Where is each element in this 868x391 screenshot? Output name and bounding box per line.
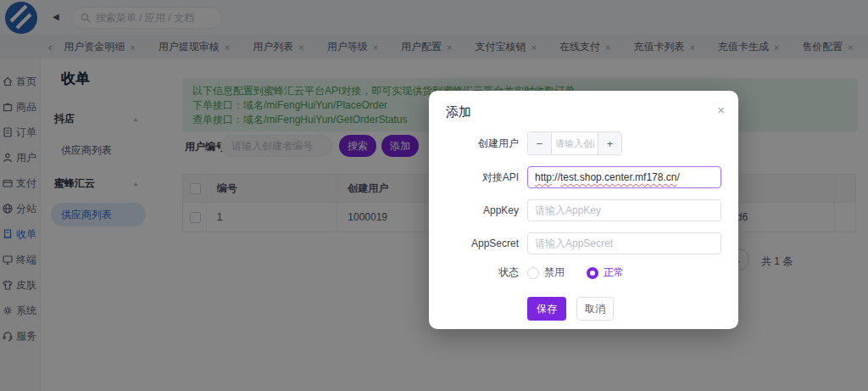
status-radio-disabled[interactable]: 禁用: [527, 265, 565, 280]
stepper-plus-button[interactable]: +: [598, 132, 621, 154]
stepper-minus-button[interactable]: −: [528, 132, 552, 154]
cancel-button[interactable]: 取消: [576, 297, 614, 321]
radio-circle-icon: [587, 267, 598, 279]
modal-title: 添加: [446, 104, 721, 120]
api-field-label: 对接API: [446, 170, 519, 185]
status-field-label: 状态: [446, 265, 519, 280]
api-input[interactable]: http://test.shop.center.mf178.cn/: [527, 166, 721, 188]
appkey-input[interactable]: [527, 199, 721, 221]
creator-stepper-input[interactable]: [552, 132, 598, 154]
creator-field-label: 创建用户: [446, 137, 519, 151]
creator-stepper: − +: [527, 131, 622, 155]
appkey-field-label: AppKey: [446, 204, 519, 216]
modal-close-icon[interactable]: ×: [717, 103, 725, 117]
save-button[interactable]: 保存: [527, 297, 566, 321]
status-radio-group: 禁用 正常: [527, 265, 646, 280]
app-root: ◀ 搜索菜单 / 应用 / 文档 ‹ 用户资金明细× 用户提现审核× 用户列表×…: [0, 0, 868, 391]
appsecret-field-label: AppSecret: [446, 237, 519, 249]
status-radio-normal[interactable]: 正常: [587, 265, 624, 280]
radio-circle-icon: [527, 267, 539, 279]
add-modal: 添加 × 创建用户 − + 对接API http://test.shop.cen…: [429, 91, 738, 329]
appsecret-input[interactable]: [527, 232, 721, 254]
